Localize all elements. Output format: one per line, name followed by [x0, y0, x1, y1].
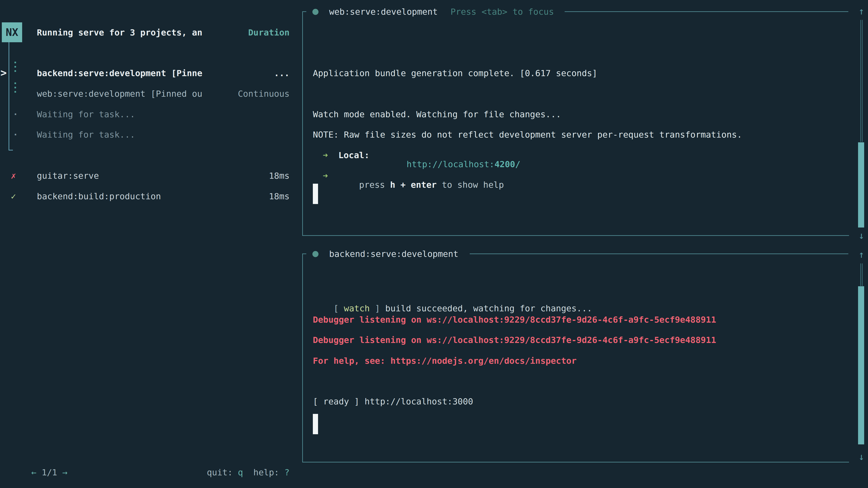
output-line-inspector-help[interactable]: For help, see: https://nodejs.org/en/doc… [313, 356, 577, 365]
help-hint-prefix: press [359, 180, 390, 190]
terminal-cursor [313, 414, 318, 434]
panel-title: web:serve:development [329, 7, 438, 16]
output-line-bundle: Application bundle generation complete. … [313, 69, 597, 78]
scrollbar-track [860, 20, 861, 142]
nx-logo-text: NX [6, 26, 18, 38]
panel-border-tail [470, 254, 848, 254]
help-hint-label: help: [243, 467, 284, 477]
nx-terminal-ui: NX Running serve for 3 projects, an Dura… [0, 0, 868, 488]
bracket-close: ] [370, 303, 385, 313]
task-name: backend:build:production [37, 192, 161, 201]
output-line-watch-status: [ watch ] build succeeded, watching for … [313, 295, 592, 304]
panel-status-dot-icon [312, 9, 318, 15]
pagination-prev-icon[interactable]: ← [31, 467, 37, 477]
task-name: Waiting for task... [37, 110, 135, 119]
duration-column-header: Duration [221, 28, 289, 37]
task-name: Waiting for task... [37, 130, 135, 139]
output-line-ready: [ ready ] http://localhost:3000 [313, 397, 473, 406]
task-detail: ... [274, 69, 289, 78]
task-duration: 18ms [269, 171, 289, 180]
task-detail: Continuous [238, 89, 289, 98]
success-check-icon: ✓ [11, 192, 16, 201]
keyboard-hints: quit: q help: ? [181, 459, 289, 468]
scrollbar-thumb[interactable] [858, 142, 864, 228]
scrollbar-down-arrow[interactable]: ↓ [856, 452, 867, 462]
help-hint-key: h + enter [390, 180, 437, 190]
task-row-backend-serve[interactable]: backend:serve:development [Pinne ... [0, 69, 302, 78]
local-url-base[interactable]: http://localhost: [407, 159, 495, 169]
prompt-arrow-icon: ➜ [323, 151, 328, 160]
panel-title: backend:serve:development [329, 250, 458, 258]
watch-message: build succeeded, watching for changes... [385, 303, 592, 313]
scrollbar-thumb[interactable] [858, 286, 864, 445]
task-name: web:serve:development [Pinned ou [37, 89, 202, 98]
local-url[interactable]: http://localhost:4200/ [386, 151, 520, 160]
pagination-next-icon[interactable]: → [62, 467, 68, 477]
task-row-waiting-1[interactable]: · Waiting for task... [0, 110, 302, 119]
scrollbar-track [862, 263, 863, 286]
output-line-debugger-1: Debugger listening on ws://localhost:922… [313, 315, 716, 324]
scrollbar-up-arrow[interactable]: ↑ [856, 6, 867, 16]
panel-border-tail [565, 11, 848, 12]
task-row-waiting-2[interactable]: · Waiting for task... [0, 130, 302, 139]
task-row-backend-build[interactable]: ✓ backend:build:production 18ms [0, 192, 302, 201]
output-line-debugger-2: Debugger listening on ws://localhost:922… [313, 335, 716, 345]
waiting-dot-icon: · [13, 130, 18, 139]
prompt-arrow-icon: ➜ [323, 171, 328, 180]
panel-status-dot-icon [312, 251, 318, 257]
watch-tag: watch [344, 303, 370, 313]
task-row-web-serve[interactable]: web:serve:development [Pinned ou Continu… [0, 89, 302, 98]
terminal-cursor [313, 184, 318, 204]
task-duration: 18ms [269, 192, 289, 201]
scrollbar-track [860, 263, 861, 286]
task-name: backend:serve:development [Pinne [37, 69, 202, 78]
page-indicator: 1/1 [36, 467, 62, 477]
output-line-watch-mode: Watch mode enabled. Watching for file ch… [313, 110, 561, 119]
local-url-port[interactable]: 4200/ [494, 159, 520, 169]
task-group-bracket-corner [8, 150, 13, 151]
scrollbar-down-arrow[interactable]: ↓ [856, 231, 867, 240]
panel-border-stub [302, 254, 306, 254]
help-hint-line: press h + enter to show help [338, 171, 504, 180]
bracket-open: [ [334, 303, 344, 313]
help-hint-suffix: to show help [437, 180, 504, 190]
waiting-dot-icon: · [13, 110, 18, 119]
scrollbar-track [862, 20, 863, 142]
nx-logo: NX [2, 22, 22, 42]
help-key: ? [284, 467, 289, 477]
failed-cross-icon: ✗ [11, 171, 16, 180]
panel-border-stub [302, 11, 306, 12]
output-line-note: NOTE: Raw file sizes do not reflect deve… [313, 130, 742, 139]
scrollbar-up-arrow[interactable]: ↑ [856, 250, 867, 260]
panel-focus-hint: Press <tab> to focus [451, 7, 554, 16]
pagination: ← 1/1 → [11, 459, 68, 468]
terminal-pane-web-serve[interactable] [302, 12, 849, 236]
quit-key: q [238, 467, 243, 477]
task-row-guitar-serve[interactable]: ✗ guitar:serve 18ms [0, 171, 302, 180]
task-name: guitar:serve [37, 171, 99, 180]
quit-hint-label: quit: [207, 467, 238, 477]
local-label: Local: [338, 151, 369, 160]
sidebar-title: Running serve for 3 projects, an [37, 28, 202, 37]
